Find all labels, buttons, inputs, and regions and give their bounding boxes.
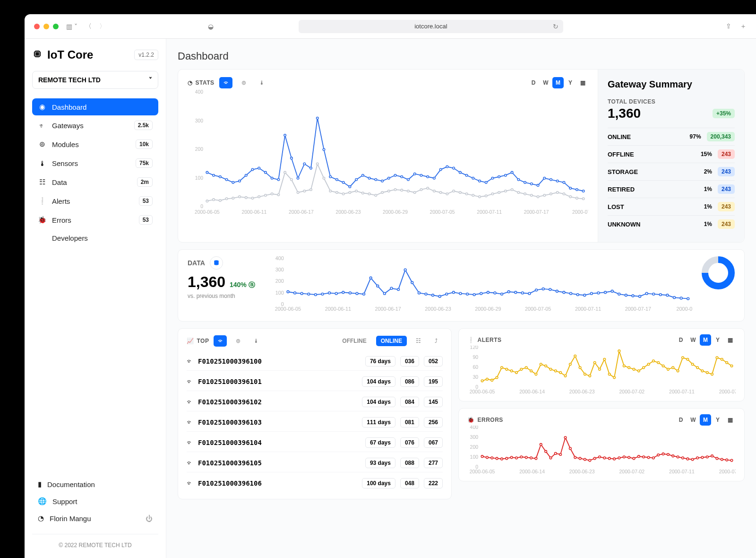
svg-point-53	[446, 166, 448, 168]
window-close-button[interactable]	[34, 24, 40, 29]
footer-item-documentation[interactable]: ▮ Documentation	[32, 476, 158, 492]
top-row[interactable]: ᯤ F010251000396102 104 days 084 145	[187, 393, 443, 411]
top-row[interactable]: ᯤ F010251000396104 67 days 076 067	[187, 434, 443, 452]
metric-b-badge: 222	[424, 478, 443, 488]
range-m[interactable]: M	[552, 77, 564, 88]
range-w[interactable]: W	[687, 414, 699, 426]
sidebar-item-alerts[interactable]: ❕ Alerts 53	[32, 192, 158, 210]
svg-point-179	[494, 292, 496, 294]
share-icon[interactable]: ⇪	[726, 22, 731, 31]
svg-text:2000-06-14: 2000-06-14	[519, 389, 545, 394]
stats-chart: 01002003004002000-06-052000-06-112000-06…	[188, 88, 588, 216]
reload-icon[interactable]: ↻	[553, 23, 558, 30]
svg-point-150	[294, 292, 296, 294]
svg-point-296	[550, 457, 552, 459]
range-m[interactable]: M	[700, 334, 711, 346]
window-zoom-button[interactable]	[53, 24, 59, 29]
top-filter-module-chip[interactable]: ⊚	[232, 335, 245, 347]
range-m[interactable]: M	[700, 414, 711, 426]
org-select[interactable]: REMOTE TECH LTD ˅	[32, 71, 158, 89]
svg-point-57	[472, 177, 474, 179]
calendar-icon[interactable]: ▦	[724, 334, 736, 346]
offline-toggle[interactable]: OFFLINE	[337, 336, 371, 346]
sidebar-item-modules[interactable]: ⊚ Modules 10k	[32, 135, 158, 153]
metric-a-badge: 084	[400, 397, 419, 407]
svg-text:2000-06-05: 2000-06-05	[195, 209, 220, 215]
svg-text:300: 300	[470, 435, 479, 440]
svg-point-18	[219, 175, 222, 178]
svg-point-248	[623, 365, 625, 367]
svg-point-106	[407, 190, 410, 192]
range-y[interactable]: Y	[712, 334, 723, 346]
svg-text:2000-06-17: 2000-06-17	[289, 209, 314, 215]
svg-point-238	[574, 355, 576, 357]
filter-wifi-chip[interactable]	[219, 77, 232, 88]
filter-module-chip[interactable]: ⊚	[237, 77, 250, 88]
footer-item-support[interactable]: 🌐 Support	[32, 493, 158, 509]
svg-point-25	[265, 171, 267, 174]
alert-icon: ❕	[467, 337, 475, 343]
calendar-icon[interactable]: ▦	[724, 414, 736, 426]
range-d[interactable]: D	[528, 77, 539, 88]
top-filter-sensor-chip[interactable]: 🌡	[249, 335, 263, 347]
sidebar-item-dashboard[interactable]: ◉ Dashboard	[32, 98, 158, 115]
sidebar-item-developers[interactable]: Developers	[32, 230, 158, 246]
top-row[interactable]: ᯤ F010251000396101 104 days 086 195	[187, 373, 443, 391]
sidebar-item-label: Gateways	[52, 122, 84, 130]
power-icon[interactable]: ⏻	[146, 514, 153, 523]
svg-point-67	[537, 184, 539, 187]
svg-point-82	[251, 197, 254, 200]
calendar-icon[interactable]: ▦	[577, 77, 588, 88]
top-row[interactable]: ᯤ F010251000396103 111 days 081 256	[187, 413, 443, 432]
top-row[interactable]: ᯤ F010251000396105 93 days 088 277	[187, 454, 443, 472]
range-y[interactable]: Y	[565, 77, 576, 88]
svg-point-105	[401, 189, 403, 192]
data-card: DATA 1,360 140% ⓐ vs. previous month 010…	[178, 249, 745, 322]
window-minimize-button[interactable]	[43, 24, 49, 29]
footer-item-florin-mangu[interactable]: ◔ Florin Mangu ⏻	[32, 510, 158, 526]
range-d[interactable]: D	[675, 334, 687, 346]
sidebar-item-sensors[interactable]: 🌡 Sensors 75k	[32, 154, 158, 172]
new-tab-icon[interactable]: ＋	[740, 22, 747, 31]
svg-point-237	[569, 363, 572, 366]
top-filter-wifi-chip[interactable]	[214, 335, 227, 347]
gw-row-label: OFFLINE	[608, 151, 701, 158]
forward-icon[interactable]: 〉	[99, 22, 106, 31]
open-external-icon[interactable]: ⤴	[430, 335, 443, 347]
shield-icon[interactable]: ◒	[208, 23, 214, 30]
range-y[interactable]: Y	[712, 414, 723, 426]
gateway-summary: Gateway Summary TOTAL DEVICES 1,360 +35%…	[598, 70, 744, 242]
top-row[interactable]: ᯤ F010251000396100 76 days 036 052	[187, 352, 443, 371]
svg-point-200	[639, 295, 641, 297]
top-row[interactable]: ᯤ F010251000396106 100 days 048 222	[187, 474, 443, 492]
range-d[interactable]: D	[675, 414, 687, 426]
sidebar-toggle-icon[interactable]: ▥ ˅	[66, 23, 77, 30]
online-toggle[interactable]: ONLINE	[376, 336, 407, 346]
gw-row-value: 243	[718, 219, 735, 229]
footer-item-label: Support	[52, 497, 77, 506]
url-bar[interactable]: iotcore.local ↻	[299, 20, 563, 33]
range-w[interactable]: W	[687, 334, 699, 346]
svg-point-221	[491, 379, 493, 382]
svg-point-286	[501, 458, 503, 460]
filter-sensor-chip[interactable]: 🌡	[255, 77, 268, 88]
wifi-icon: ᯤ	[187, 378, 193, 385]
svg-point-283	[486, 456, 489, 459]
sidebar-item-errors[interactable]: 🐞 Errors 53	[32, 211, 158, 229]
back-icon[interactable]: 〈	[85, 22, 92, 31]
svg-point-107	[413, 192, 416, 194]
svg-point-182	[515, 291, 517, 294]
sidebar-item-data[interactable]: ☷ Data 2m	[32, 173, 158, 191]
svg-text:2000-07-11: 2000-07-11	[669, 469, 695, 474]
svg-point-118	[485, 195, 487, 197]
sidebar-item-gateways[interactable]: ᯤ Gateways 2.5k	[32, 116, 158, 134]
svg-point-98	[355, 190, 358, 192]
svg-point-158	[349, 292, 351, 294]
svg-point-62	[505, 174, 507, 176]
svg-point-30	[297, 177, 299, 179]
range-w[interactable]: W	[540, 77, 551, 88]
svg-point-19	[225, 179, 228, 181]
top-db-icon[interactable]: ☷	[412, 335, 425, 347]
svg-point-27	[277, 179, 280, 181]
footer-item-label: Documentation	[47, 480, 95, 488]
